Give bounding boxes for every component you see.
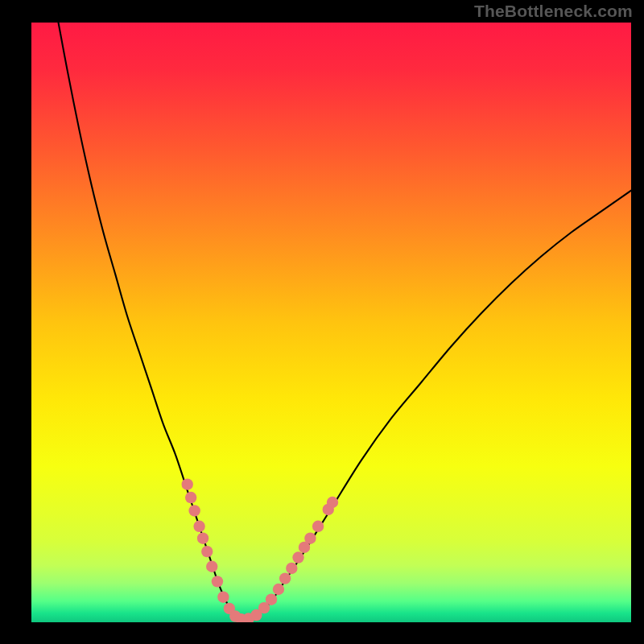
- curve-marker: [327, 497, 338, 508]
- curve-marker: [182, 478, 193, 489]
- curve-marker: [201, 546, 213, 557]
- curve-marker: [206, 561, 217, 572]
- curve-marker: [197, 533, 208, 544]
- curve-marker: [185, 492, 196, 503]
- curve-marker: [273, 584, 284, 595]
- chart-svg: [31, 23, 631, 622]
- curve-marker: [286, 563, 297, 574]
- curve-marker: [304, 533, 316, 544]
- gradient-background: [31, 23, 631, 622]
- chart-plot: [31, 23, 631, 622]
- curve-marker: [312, 521, 324, 532]
- curve-marker: [217, 592, 229, 603]
- curve-marker: [188, 505, 200, 516]
- curve-marker: [193, 521, 204, 532]
- curve-marker: [266, 593, 277, 605]
- curve-marker: [212, 576, 223, 587]
- watermark-text: TheBottleneck.com: [474, 2, 633, 21]
- chart-frame: { "watermark": "TheBottleneck.com", "gra…: [0, 0, 644, 644]
- curve-marker: [292, 551, 303, 563]
- curve-marker: [279, 572, 291, 584]
